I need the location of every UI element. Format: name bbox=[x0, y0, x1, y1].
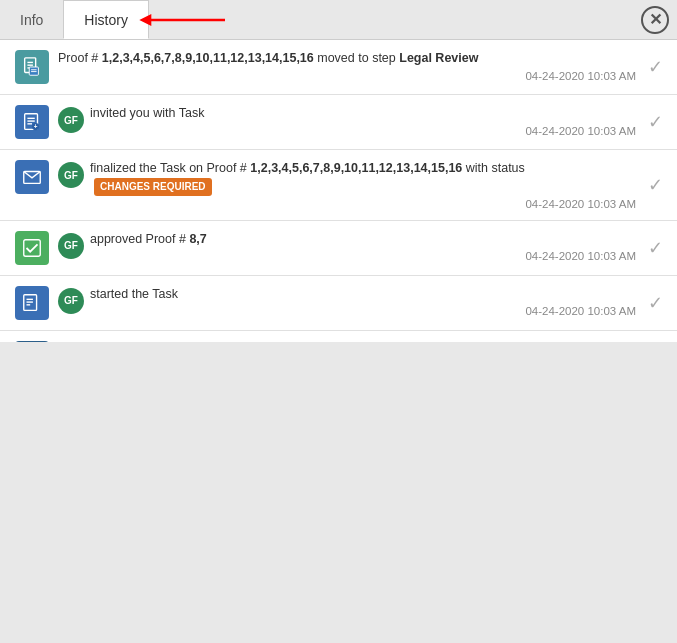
email-icon-box bbox=[15, 160, 49, 194]
item-3-body: GF finalized the Task on Proof # 1,2,3,4… bbox=[58, 160, 636, 210]
item-3-check: ✓ bbox=[648, 174, 663, 196]
item-5-timestamp: 04-24-2020 10:03 AM bbox=[90, 305, 636, 317]
item-2-timestamp: 04-24-2020 10:03 AM bbox=[90, 125, 636, 137]
tab-bar: Info History bbox=[0, 0, 149, 39]
item-5-text: started the Task bbox=[90, 286, 636, 304]
history-item-6: GF invited you with Task 04-24-2020 09:3… bbox=[0, 331, 677, 342]
item-2-check: ✓ bbox=[648, 111, 663, 133]
item-4-avatar: GF bbox=[58, 233, 84, 259]
item-2-body: GF invited you with Task 04-24-2020 10:0… bbox=[58, 105, 636, 137]
tab-info[interactable]: Info bbox=[0, 0, 63, 39]
close-button[interactable]: ✕ bbox=[641, 6, 669, 34]
item-4-icon bbox=[14, 231, 50, 265]
tab-info-label: Info bbox=[20, 12, 43, 28]
item-3-content: finalized the Task on Proof # 1,2,3,4,5,… bbox=[90, 160, 636, 210]
item-1-timestamp: 04-24-2020 10:03 AM bbox=[58, 70, 636, 82]
history-item-3: GF finalized the Task on Proof # 1,2,3,4… bbox=[0, 150, 677, 221]
item-4-check: ✓ bbox=[648, 237, 663, 259]
item-3-avatar: GF bbox=[58, 162, 84, 188]
history-item-2: + GF invited you with Task 04-24-2020 10… bbox=[0, 95, 677, 150]
task-icon-box-6 bbox=[15, 341, 49, 342]
approve-icon-box bbox=[15, 231, 49, 265]
changes-required-badge: CHANGES REQUIRED bbox=[94, 178, 212, 196]
task-icon-box-2: + bbox=[15, 105, 49, 139]
item-1-check: ✓ bbox=[648, 56, 663, 78]
history-item-1: Proof # 1,2,3,4,5,6,7,8,9,10,11,12,13,14… bbox=[0, 40, 677, 95]
item-6-text: invited you with Task bbox=[90, 341, 636, 342]
item-5-check: ✓ bbox=[648, 292, 663, 314]
task-started-icon bbox=[21, 292, 43, 314]
history-item-4: GF approved Proof # 8,7 04-24-2020 10:03… bbox=[0, 221, 677, 276]
item-2-text: invited you with Task bbox=[90, 105, 636, 123]
item-3-text: finalized the Task on Proof # 1,2,3,4,5,… bbox=[90, 160, 636, 196]
svg-rect-16 bbox=[24, 239, 41, 256]
tab-history-label: History bbox=[84, 12, 128, 28]
item-3-icon bbox=[14, 160, 50, 194]
document-icon bbox=[21, 56, 43, 78]
item-6-icon bbox=[14, 341, 50, 342]
item-6-body: GF invited you with Task 04-24-2020 09:3… bbox=[58, 341, 636, 342]
tab-history[interactable]: History bbox=[63, 0, 149, 39]
item-1-text: Proof # 1,2,3,4,5,6,7,8,9,10,11,12,13,14… bbox=[58, 50, 636, 68]
document-icon-box bbox=[15, 50, 49, 84]
item-4-body: GF approved Proof # 8,7 04-24-2020 10:03… bbox=[58, 231, 636, 263]
item-6-content: invited you with Task 04-24-2020 09:33 A… bbox=[90, 341, 636, 342]
item-2-icon: + bbox=[14, 105, 50, 139]
item-2-avatar: GF bbox=[58, 107, 84, 133]
item-1-icon bbox=[14, 50, 50, 84]
item-4-text: approved Proof # 8,7 bbox=[90, 231, 636, 249]
item-1-content: Proof # 1,2,3,4,5,6,7,8,9,10,11,12,13,14… bbox=[58, 50, 636, 82]
item-5-body: GF started the Task 04-24-2020 10:03 AM bbox=[58, 286, 636, 318]
main-container: Info History ✕ bbox=[0, 0, 677, 643]
item-5-avatar: GF bbox=[58, 288, 84, 314]
item-4-content: approved Proof # 8,7 04-24-2020 10:03 AM bbox=[90, 231, 636, 263]
history-content: Proof # 1,2,3,4,5,6,7,8,9,10,11,12,13,14… bbox=[0, 40, 677, 342]
item-4-timestamp: 04-24-2020 10:03 AM bbox=[90, 250, 636, 262]
task-icon-2: + bbox=[21, 111, 43, 133]
item-3-timestamp: 04-24-2020 10:03 AM bbox=[90, 198, 636, 210]
item-5-content: started the Task 04-24-2020 10:03 AM bbox=[90, 286, 636, 318]
item-5-icon bbox=[14, 286, 50, 320]
approve-icon bbox=[21, 237, 43, 259]
arrow-annotation bbox=[135, 8, 255, 32]
item-2-content: invited you with Task 04-24-2020 10:03 A… bbox=[90, 105, 636, 137]
empty-area bbox=[0, 342, 677, 644]
task-icon-box-5 bbox=[15, 286, 49, 320]
svg-text:+: + bbox=[34, 123, 38, 130]
header: Info History ✕ bbox=[0, 0, 677, 40]
email-icon bbox=[21, 166, 43, 188]
history-item-5: GF started the Task 04-24-2020 10:03 AM … bbox=[0, 276, 677, 331]
